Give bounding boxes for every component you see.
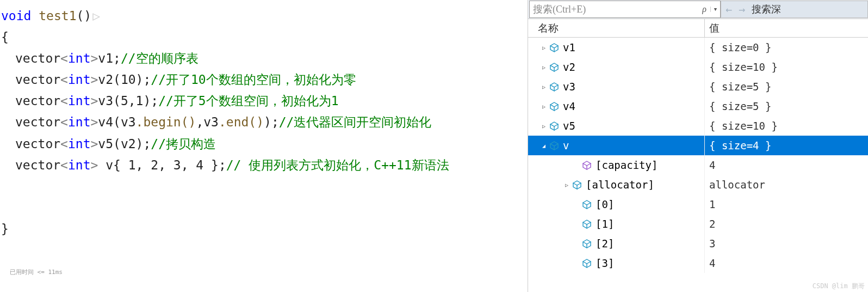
var-name: v2 bbox=[563, 61, 575, 73]
watch-child-row[interactable]: [3] 4 bbox=[528, 253, 868, 273]
var-value: 1 bbox=[705, 198, 868, 210]
search-icon[interactable]: ρ bbox=[698, 4, 710, 14]
nav-forward-icon[interactable]: → bbox=[739, 3, 745, 16]
var-name: v1 bbox=[563, 41, 575, 53]
var-name: [capacity] bbox=[596, 159, 658, 171]
nav-label: 搜索深 bbox=[752, 3, 781, 16]
var-value: { size=5 } bbox=[705, 81, 868, 93]
var-name: [0] bbox=[596, 198, 614, 210]
watch-child-row[interactable]: [1] 2 bbox=[528, 214, 868, 234]
search-dropdown-button[interactable]: ▼ bbox=[710, 7, 720, 12]
search-input[interactable] bbox=[530, 3, 698, 16]
expander-icon[interactable]: ▷ bbox=[540, 102, 548, 110]
var-value: { size=10 } bbox=[705, 61, 868, 73]
keyword-void: void bbox=[1, 9, 31, 23]
param-hint-ghost: ▷ bbox=[92, 9, 100, 23]
watch-row[interactable]: ▷v1 { size=0 } bbox=[528, 38, 868, 57]
var-name: [3] bbox=[596, 257, 614, 269]
var-name: v4 bbox=[563, 100, 575, 112]
watch-row[interactable]: ▷v3 { size=5 } bbox=[528, 77, 868, 96]
var-value: 4 bbox=[705, 159, 868, 171]
watch-child-row[interactable]: [capacity] 4 bbox=[528, 155, 868, 175]
var-value: 2 bbox=[705, 218, 868, 230]
var-value: { size=5 } bbox=[705, 100, 868, 112]
watch-child-row[interactable]: ▷[allocator] allocator bbox=[528, 175, 868, 194]
expander-icon[interactable]: ◢ bbox=[540, 142, 548, 149]
watch-child-row[interactable]: [0] 1 bbox=[528, 194, 868, 214]
expander-icon[interactable]: ▷ bbox=[540, 83, 548, 90]
column-header-value[interactable]: 值 bbox=[705, 19, 868, 37]
var-name: [allocator] bbox=[586, 179, 654, 191]
var-name: v bbox=[563, 139, 569, 151]
var-value: allocator bbox=[705, 179, 868, 191]
expander-icon[interactable]: ▷ bbox=[563, 181, 571, 188]
watch-row[interactable]: ▷v5 { size=10 } bbox=[528, 116, 868, 136]
expander-icon[interactable]: ▷ bbox=[540, 63, 548, 71]
var-value: { size=0 } bbox=[705, 41, 868, 53]
search-box[interactable]: ρ ▼ bbox=[529, 1, 721, 18]
var-name: v5 bbox=[563, 120, 575, 132]
watermark: CSDN @lim 鹏哥 bbox=[813, 282, 865, 291]
watch-child-row[interactable]: [2] 3 bbox=[528, 234, 868, 253]
var-value: { size=4 } bbox=[705, 139, 868, 151]
code-editor[interactable]: void test1()▷ { vector<int>v1;//空的顺序表 ve… bbox=[0, 0, 528, 292]
function-name: test1 bbox=[39, 9, 76, 23]
var-name: v3 bbox=[563, 81, 575, 93]
timing-label: 已用时间 <= 11ms bbox=[10, 268, 63, 276]
var-value: 4 bbox=[705, 257, 868, 269]
var-name: [1] bbox=[596, 218, 614, 230]
watch-row[interactable]: ▷v2 { size=10 } bbox=[528, 57, 868, 77]
watch-row[interactable]: ▷v4 { size=5 } bbox=[528, 96, 868, 116]
watch-row-selected[interactable]: ◢v { size=4 } bbox=[528, 136, 868, 155]
var-name: [2] bbox=[596, 238, 614, 250]
expander-icon[interactable]: ▷ bbox=[540, 44, 548, 51]
search-nav: ← → 搜索深 bbox=[721, 1, 868, 18]
watch-panel: ρ ▼ ← → 搜索深 名称 值 ▷v1 { size=0 } ▷v2 { si… bbox=[528, 0, 868, 292]
var-value: { size=10 } bbox=[705, 120, 868, 132]
nav-back-icon[interactable]: ← bbox=[726, 3, 732, 16]
column-header-name[interactable]: 名称 bbox=[528, 19, 705, 37]
var-value: 3 bbox=[705, 238, 868, 250]
expander-icon[interactable]: ▷ bbox=[540, 122, 548, 130]
